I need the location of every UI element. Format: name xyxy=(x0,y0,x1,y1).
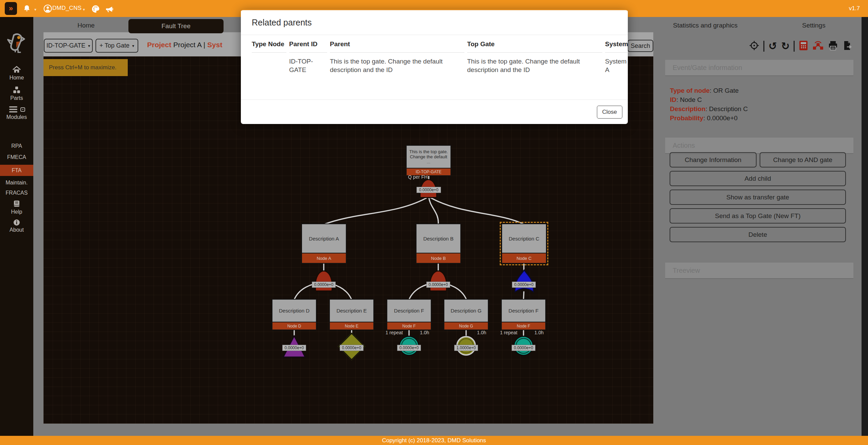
toolbar-divider xyxy=(794,41,795,52)
sidebar-item-help[interactable]: Help xyxy=(0,200,33,215)
tree-node-f2[interactable]: Description F Node F xyxy=(501,299,546,330)
node-id-bar: Node C xyxy=(501,253,547,264)
diagram-nodes-icon[interactable] xyxy=(812,40,824,52)
field-value: OR Gate xyxy=(713,87,739,94)
sidebar-item-label: Home xyxy=(0,75,33,81)
tree-node-g[interactable]: Description G Node G xyxy=(444,299,489,330)
announcements-megaphone-icon[interactable] xyxy=(105,4,114,15)
probability-label: 0.0000e+0 xyxy=(426,282,450,288)
export-file-icon[interactable] xyxy=(842,40,852,52)
node-description: Description F xyxy=(501,299,546,322)
theme-palette-icon[interactable] xyxy=(91,4,100,15)
modules-bars-icon xyxy=(7,106,26,113)
calculate-icon[interactable] xyxy=(799,40,808,52)
center-view-crosshair-icon[interactable] xyxy=(749,40,759,52)
cell-top-gate: This is the top gate. Change the default… xyxy=(467,53,593,84)
tree-node-a[interactable]: Description A Node A xyxy=(301,224,347,264)
tree-node-c-selected[interactable]: Description C Node C xyxy=(501,224,547,264)
tree-node-d[interactable]: Description D Node D xyxy=(272,299,317,330)
modal-footer: Close xyxy=(241,100,628,124)
home-icon xyxy=(12,66,21,74)
show-as-transfer-gate-button[interactable]: Show as transfer gate xyxy=(670,190,846,205)
node-description: Description E xyxy=(329,299,374,322)
diagram-toolbar-icons: ↺ ↻ xyxy=(749,40,852,52)
sidebar-item-label: Parts xyxy=(0,95,33,101)
breadcrumb: Project Project A | Syst xyxy=(147,41,222,49)
field-label: Description xyxy=(670,105,709,112)
user-menu-caret-icon[interactable]: ▾ xyxy=(83,7,85,12)
sidebar-item-label: About xyxy=(0,227,33,233)
sidebar-item-rpa[interactable]: RPA xyxy=(0,143,33,149)
sidebar-item-modules[interactable]: Modules xyxy=(0,106,33,120)
add-top-gate-dropdown[interactable]: + Top Gate ▾ xyxy=(95,39,138,53)
treeview-header: Treeview xyxy=(665,263,853,279)
search-button[interactable]: Search xyxy=(627,40,653,52)
tree-node-top-gate[interactable]: This is the top gate. Change the default… xyxy=(406,145,451,176)
node-description: Description B xyxy=(416,224,461,253)
node-description: This is the top gate. Change the default xyxy=(407,149,450,159)
send-as-top-gate-button[interactable]: Send as a Top Gate (New FT) xyxy=(670,208,846,224)
change-to-and-gate-button[interactable]: Change to AND gate xyxy=(760,152,846,167)
username[interactable]: DMD_CNS xyxy=(52,5,82,12)
change-information-button[interactable]: Change Information xyxy=(670,152,757,167)
bell-caret-icon[interactable]: ▾ xyxy=(34,7,36,12)
node-description: Description G xyxy=(444,299,489,322)
user-avatar-icon[interactable] xyxy=(43,4,52,14)
related-parents-modal: Related parents Type Node Parent ID Pare… xyxy=(241,9,628,124)
table-row: ID-TOP-GATE This is the top gate. Change… xyxy=(241,53,628,84)
sidebar-item-fmeca[interactable]: FMECA xyxy=(0,154,33,160)
sidebar-item-label: Maintain. xyxy=(0,180,33,186)
add-child-button[interactable]: Add child xyxy=(670,171,846,186)
field-value: Node C xyxy=(680,96,702,103)
column-header-system: System xyxy=(605,35,628,53)
info-icon xyxy=(13,219,20,226)
redo-icon[interactable]: ↻ xyxy=(781,41,790,51)
probability-label: 0.0000e+0 xyxy=(512,282,536,288)
print-icon[interactable] xyxy=(828,40,838,52)
top-gate-select-dropdown[interactable]: ID-TOP-GATE ▾ xyxy=(44,39,93,53)
tab-home[interactable]: Home xyxy=(77,22,95,29)
column-header-parent-id: Parent ID xyxy=(289,35,327,53)
node-description: Description A xyxy=(301,224,347,253)
sidebar-item-fracas[interactable]: FRACAS xyxy=(0,190,33,196)
tab-settings[interactable]: Settings xyxy=(802,22,826,29)
system-name: Syst xyxy=(207,41,222,49)
notifications-bell-icon[interactable] xyxy=(22,4,31,15)
or-gate-symbol-node-c[interactable] xyxy=(513,269,535,292)
node-id-bar: Node F xyxy=(501,322,546,330)
tree-node-e[interactable]: Description E Node E xyxy=(329,299,374,330)
top-gate-select-label: ID-TOP-GATE xyxy=(47,42,85,49)
repeat-label: 1 repeat xyxy=(378,330,403,335)
repeat-label: 1 repeat xyxy=(493,330,517,335)
help-book-icon xyxy=(13,200,21,208)
undo-icon[interactable]: ↺ xyxy=(768,41,777,51)
tree-node-f1[interactable]: Description F Node F xyxy=(387,299,431,330)
delete-button[interactable]: Delete xyxy=(670,227,846,242)
close-button[interactable]: Close xyxy=(597,106,622,119)
app-logo xyxy=(6,32,27,54)
sidebar-item-parts[interactable]: Parts xyxy=(0,86,33,101)
probability-label: 0.0000e+0 xyxy=(512,345,535,351)
node-id-bar: Node E xyxy=(329,322,374,330)
cell-system: System A xyxy=(605,53,626,84)
field-probability: Probability0.0000e+0 xyxy=(670,114,738,122)
probability-label: 0.0000e+0 xyxy=(282,345,306,351)
vertical-scrollbar[interactable] xyxy=(862,17,868,436)
field-id: IDNode C xyxy=(670,96,702,104)
sidebar-collapse-button[interactable]: » xyxy=(5,2,17,15)
sidebar-item-label: FTA xyxy=(0,165,33,176)
project-label: Project xyxy=(147,41,171,49)
sidebar-item-about[interactable]: About xyxy=(0,219,33,233)
tab-statistics-and-graphics[interactable]: Statistics and graphics xyxy=(673,22,738,29)
tab-fault-tree[interactable]: Fault Tree xyxy=(128,19,224,33)
field-value: Description C xyxy=(709,105,748,112)
cubes-icon xyxy=(12,86,21,94)
sidebar-item-fta[interactable]: FTA xyxy=(0,165,33,176)
time-label: 1.0h xyxy=(420,330,429,335)
sidebar-item-maintain[interactable]: Maintain. xyxy=(0,180,33,186)
sidebar-nav: Home Parts Modules RPA FMECA FTA Maintai… xyxy=(0,17,33,436)
tree-node-b[interactable]: Description B Node B xyxy=(416,224,461,264)
actions-header: Actions xyxy=(665,138,853,154)
sidebar-item-home[interactable]: Home xyxy=(0,66,33,81)
sidebar-item-label: Modules xyxy=(0,114,33,120)
